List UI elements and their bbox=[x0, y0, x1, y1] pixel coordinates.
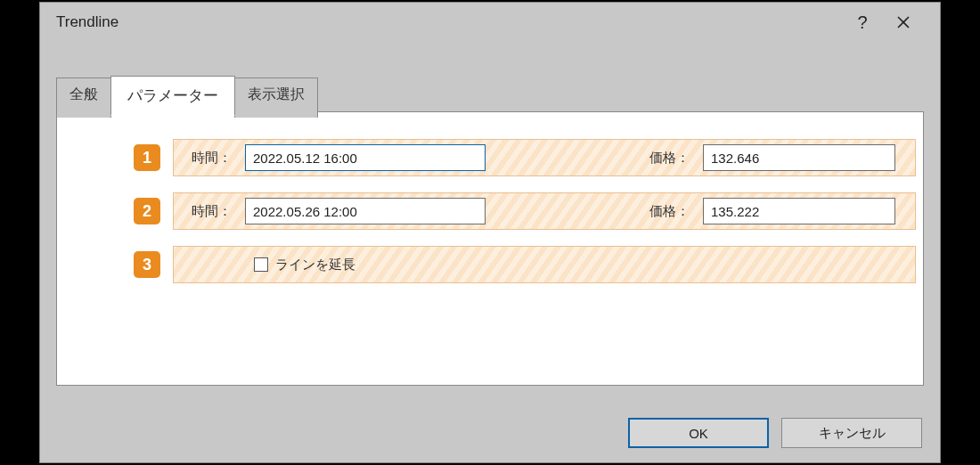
annotation-marker-1: 1 bbox=[134, 144, 160, 171]
price-value-1: 132.646 bbox=[711, 151, 759, 166]
tab-general[interactable]: 全般 bbox=[56, 78, 111, 118]
extend-label: ラインを延長 bbox=[275, 257, 355, 273]
row-extend: 3 ラインを延長 bbox=[57, 246, 923, 283]
tab-panel: 1 時間： 2022.05.12 16:00 価格： 132.646 2 時間：… bbox=[56, 111, 924, 386]
time-input-2[interactable]: 2022.05.26 12:00 bbox=[245, 198, 486, 224]
time-input-1[interactable]: 2022.05.12 16:00 bbox=[245, 144, 486, 171]
tab-strip: 全般 パラメーター 表示選択 bbox=[56, 76, 317, 116]
time-label-2: 時間： bbox=[192, 203, 232, 220]
annotation-marker-2: 2 bbox=[134, 198, 160, 224]
close-button[interactable] bbox=[883, 3, 924, 42]
ok-button[interactable]: OK bbox=[628, 418, 769, 448]
time-label-1: 時間： bbox=[192, 150, 232, 167]
window-title: Trendline bbox=[56, 13, 842, 31]
price-value-2: 135.222 bbox=[711, 204, 759, 219]
price-label-1: 価格： bbox=[649, 150, 690, 167]
price-input-2[interactable]: 135.222 bbox=[703, 198, 895, 224]
row-point-1: 1 時間： 2022.05.12 16:00 価格： 132.646 bbox=[57, 139, 923, 176]
price-input-1[interactable]: 132.646 bbox=[703, 144, 895, 171]
button-row: OK キャンセル bbox=[628, 418, 922, 448]
price-label-2: 価格： bbox=[649, 203, 690, 220]
extend-checkbox[interactable] bbox=[254, 257, 268, 272]
tab-display[interactable]: 表示選択 bbox=[234, 78, 318, 118]
time-value-1: 2022.05.12 16:00 bbox=[253, 151, 357, 166]
annotation-marker-3: 3 bbox=[134, 251, 160, 278]
time-value-2: 2022.05.26 12:00 bbox=[253, 204, 357, 219]
tab-parameters[interactable]: パラメーター bbox=[110, 76, 235, 116]
row-stripe-2: 時間： 2022.05.26 12:00 価格： 135.222 bbox=[173, 192, 916, 230]
dialog-window: Trendline ? 全般 パラメーター 表示選択 1 時間： 2022.05… bbox=[39, 2, 941, 463]
close-icon bbox=[897, 16, 910, 29]
extend-checkbox-wrap[interactable]: ラインを延長 bbox=[254, 257, 355, 273]
row-stripe-1: 時間： 2022.05.12 16:00 価格： 132.646 bbox=[173, 139, 916, 176]
help-button[interactable]: ? bbox=[842, 3, 883, 42]
row-point-2: 2 時間： 2022.05.26 12:00 価格： 135.222 bbox=[57, 192, 923, 230]
titlebar: Trendline ? bbox=[40, 3, 940, 42]
cancel-button[interactable]: キャンセル bbox=[781, 418, 922, 448]
row-stripe-3: ラインを延長 bbox=[173, 246, 916, 283]
